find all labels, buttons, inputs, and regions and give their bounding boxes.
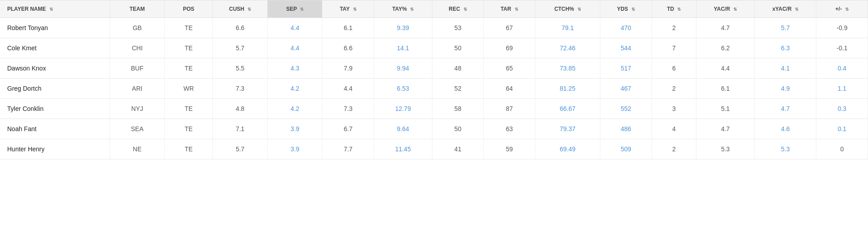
cell-team: ARI: [110, 79, 164, 99]
col-label-plusminus: +/-: [835, 6, 842, 12]
col-header-taypct[interactable]: TAY% ⇅: [374, 0, 432, 18]
cell-plusminus: 0: [816, 139, 868, 159]
sort-icon-player-name: ⇅: [49, 7, 53, 12]
cell-taypct: 9.94: [374, 58, 432, 79]
sort-icon-yds: ⇅: [631, 7, 635, 12]
col-header-td[interactable]: TD ⇅: [652, 0, 696, 18]
cell-rec: 50: [432, 38, 484, 58]
cell-ctchpct: 69.49: [535, 139, 600, 159]
table-row: Tyler ConklinNYJTE4.84.27.312.79588766.6…: [0, 99, 868, 119]
col-label-sep: SEP: [286, 6, 297, 12]
col-label-xyacr: xYAC/R: [772, 6, 792, 12]
cell-yacr: 5.1: [696, 99, 754, 119]
sort-icon-yacr: ⇅: [733, 7, 737, 12]
col-header-ctchpct[interactable]: CTCH% ⇅: [535, 0, 600, 18]
cell-td: 6: [652, 58, 696, 79]
cell-pos: TE: [165, 119, 213, 139]
cell-player_name: Dawson Knox: [0, 58, 110, 79]
table-row: Noah FantSEATE7.13.96.79.64506379.374864…: [0, 119, 868, 139]
cell-taypct: 12.79: [374, 99, 432, 119]
cell-sep: 4.2: [268, 99, 322, 119]
sort-icon-cush: ⇅: [247, 7, 251, 12]
cell-tar: 64: [484, 79, 535, 99]
cell-sep: 4.4: [268, 18, 322, 38]
cell-plusminus: 1.1: [816, 79, 868, 99]
cell-sep: 3.9: [268, 139, 322, 159]
cell-cush: 7.3: [213, 79, 268, 99]
cell-tar: 67: [484, 18, 535, 38]
cell-xyacr: 4.6: [754, 119, 816, 139]
sort-icon-xyacr: ⇅: [795, 7, 798, 12]
cell-td: 7: [652, 38, 696, 58]
cell-pos: TE: [165, 139, 213, 159]
cell-xyacr: 6.3: [754, 38, 816, 58]
col-label-taypct: TAY%: [392, 6, 407, 12]
col-header-tar[interactable]: TAR ⇅: [484, 0, 535, 18]
sort-icon-taypct: ⇅: [410, 7, 414, 12]
cell-xyacr: 4.1: [754, 58, 816, 79]
col-label-team: TEAM: [130, 6, 145, 12]
cell-yds: 517: [600, 58, 652, 79]
cell-yacr: 4.7: [696, 119, 754, 139]
col-header-yds[interactable]: YDS ⇅: [600, 0, 652, 18]
cell-plusminus: 0.4: [816, 58, 868, 79]
col-label-yds: YDS: [617, 6, 628, 12]
col-header-xyacr[interactable]: xYAC/R ⇅: [754, 0, 816, 18]
table-header-row: PLAYER NAME ⇅ TEAM POS CUSH ⇅ SEP ⇅: [0, 0, 868, 18]
col-label-yacr: YAC/R: [714, 6, 730, 12]
col-label-td: TD: [667, 6, 674, 12]
col-label-tar: TAR: [501, 6, 511, 12]
cell-rec: 50: [432, 119, 484, 139]
col-header-tay[interactable]: TAY ⇅: [322, 0, 374, 18]
col-label-ctchpct: CTCH%: [554, 6, 574, 12]
cell-pos: TE: [165, 58, 213, 79]
cell-ctchpct: 66.67: [535, 99, 600, 119]
cell-yds: 509: [600, 139, 652, 159]
col-header-sep[interactable]: SEP ⇅: [268, 0, 322, 18]
cell-team: GB: [110, 18, 164, 38]
table-row: Hunter HenryNETE5.73.97.711.45415969.495…: [0, 139, 868, 159]
cell-team: NYJ: [110, 99, 164, 119]
cell-yacr: 4.4: [696, 58, 754, 79]
cell-sep: 4.2: [268, 79, 322, 99]
sort-icon-plusminus: ⇅: [845, 7, 849, 12]
cell-yds: 467: [600, 79, 652, 99]
cell-cush: 6.6: [213, 18, 268, 38]
cell-tay: 7.3: [322, 99, 374, 119]
cell-plusminus: -0.1: [816, 38, 868, 58]
cell-player_name: Cole Kmet: [0, 38, 110, 58]
cell-td: 2: [652, 139, 696, 159]
cell-tar: 69: [484, 38, 535, 58]
cell-taypct: 11.45: [374, 139, 432, 159]
cell-tay: 7.9: [322, 58, 374, 79]
col-header-plusminus[interactable]: +/- ⇅: [816, 0, 868, 18]
cell-td: 4: [652, 119, 696, 139]
cell-cush: 5.7: [213, 38, 268, 58]
cell-ctchpct: 81.25: [535, 79, 600, 99]
col-label-player-name: PLAYER NAME: [7, 6, 46, 12]
cell-player_name: Tyler Conklin: [0, 99, 110, 119]
col-header-cush[interactable]: CUSH ⇅: [213, 0, 268, 18]
cell-tay: 4.4: [322, 79, 374, 99]
cell-rec: 48: [432, 58, 484, 79]
cell-xyacr: 5.3: [754, 139, 816, 159]
table-row: Cole KmetCHITE5.74.46.614.1506972.465447…: [0, 38, 868, 58]
table-row: Greg DortchARIWR7.34.24.46.53526481.2546…: [0, 79, 868, 99]
col-label-cush: CUSH: [229, 6, 244, 12]
col-header-yacr[interactable]: YAC/R ⇅: [696, 0, 754, 18]
cell-yacr: 6.1: [696, 79, 754, 99]
cell-yds: 544: [600, 38, 652, 58]
cell-team: SEA: [110, 119, 164, 139]
cell-tar: 63: [484, 119, 535, 139]
cell-taypct: 6.53: [374, 79, 432, 99]
cell-tar: 87: [484, 99, 535, 119]
col-header-team: TEAM: [110, 0, 164, 18]
stats-table: PLAYER NAME ⇅ TEAM POS CUSH ⇅ SEP ⇅: [0, 0, 868, 159]
col-header-rec[interactable]: REC ⇅: [432, 0, 484, 18]
cell-tay: 6.6: [322, 38, 374, 58]
col-header-player-name[interactable]: PLAYER NAME ⇅: [0, 0, 110, 18]
cell-plusminus: 0.3: [816, 99, 868, 119]
cell-tay: 7.7: [322, 139, 374, 159]
cell-sep: 3.9: [268, 119, 322, 139]
cell-pos: WR: [165, 79, 213, 99]
